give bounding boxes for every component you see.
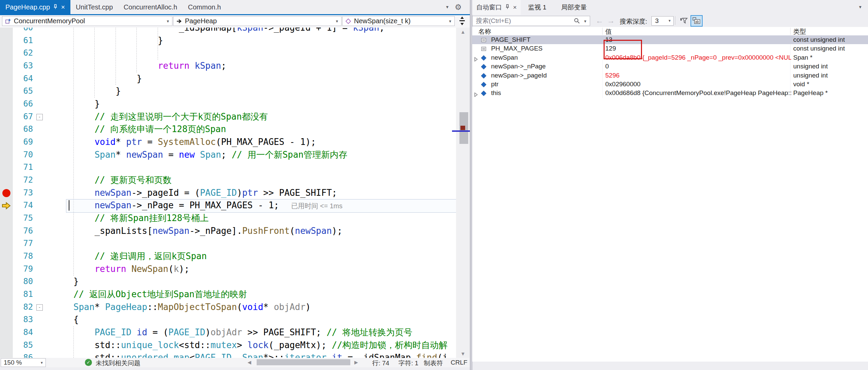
scroll-up-icon[interactable]: ▲ <box>456 29 470 35</box>
tab-concurrentalloc-h[interactable]: ConcurrentAlloc.h <box>118 0 183 14</box>
code-text[interactable]: return NewSpan(k); <box>0 263 189 276</box>
close-icon[interactable]: × <box>61 4 65 10</box>
code-text[interactable]: } <box>0 85 121 98</box>
split-editor-handle[interactable] <box>455 16 469 26</box>
code-text[interactable]: PAGE_ID id = (PAGE_ID)objAdr >> PAGE_SHI… <box>0 326 412 339</box>
tool-tab-自动窗口[interactable]: 自动窗口× <box>472 0 521 15</box>
code-line: 78 // 递归调用，返回k页Span <box>0 250 470 263</box>
code-text[interactable]: // 走到这里说明一个大于k页的Span都没有 <box>0 111 268 123</box>
field-icon <box>480 73 487 79</box>
table-row[interactable]: newSpan0x006da8b0 {_pageId=5296 _nPage=0… <box>472 53 868 62</box>
code-line: 67- // 走到这里说明一个大于k页的Span都没有 <box>0 111 470 123</box>
scroll-right-icon[interactable]: ▶ <box>354 360 358 365</box>
code-text[interactable]: // 更新页号和页数 <box>0 174 172 187</box>
code-text[interactable]: // 将新Span挂到128号桶上 <box>0 212 209 225</box>
search-input[interactable] <box>475 17 567 25</box>
table-row[interactable]: this0x00d686d8 {ConcurrentMemoryPool.exe… <box>472 89 868 97</box>
code-text[interactable]: return kSpan; <box>0 60 226 72</box>
back-arrow-icon[interactable]: ← <box>595 16 603 25</box>
scroll-left-icon[interactable]: ◀ <box>248 360 251 365</box>
code-text[interactable]: } <box>0 98 100 111</box>
vs-window: PageHeap.cpp×UnitTest.cppConcurrentAlloc… <box>0 0 868 370</box>
code-text[interactable]: Span* newSpan = new Span; // 用一个新Span管理新… <box>0 149 347 161</box>
search-icon[interactable] <box>574 18 580 26</box>
code-line: 74 newSpan->_nPage = PH_MAX_PAGES - 1;已用… <box>0 199 470 212</box>
pin-icon <box>53 4 58 9</box>
chevron-down-icon[interactable]: ▼ <box>583 19 587 23</box>
field-icon <box>480 55 487 61</box>
code-text[interactable]: // 递归调用，返回k页Span <box>0 250 207 263</box>
pin-icon[interactable] <box>505 4 510 11</box>
column-header-value[interactable]: 值 <box>605 27 612 36</box>
code-text[interactable]: } <box>0 275 79 288</box>
close-icon[interactable]: × <box>513 4 517 11</box>
tool-tab-局部变量[interactable]: 局部变量 <box>554 0 594 15</box>
line-number[interactable]: 62 <box>0 47 33 60</box>
column-header-type[interactable]: 类型 <box>793 27 806 36</box>
code-line: 80} <box>0 275 470 288</box>
code-line: 61 } <box>0 34 470 47</box>
table-row[interactable]: newSpan->_pageId5296unsigned int <box>472 71 868 80</box>
horizontal-scrollbar-thumb[interactable] <box>257 359 350 365</box>
search-depth-label: 搜索深度: <box>620 17 647 26</box>
tool-tab-label: 局部变量 <box>561 3 587 12</box>
scroll-down-icon[interactable]: ▼ <box>456 351 470 357</box>
table-row[interactable]: ptr0x02960000void * <box>472 80 868 89</box>
vertical-scrollbar[interactable]: ▲ ▼ <box>456 28 470 358</box>
member-dropdown[interactable]: NewSpan(size_t k) ▼ <box>342 16 455 26</box>
variable-type: unsigned int <box>793 62 828 71</box>
table-row[interactable]: PAGE_SHIFT13const unsigned int <box>472 35 868 44</box>
line-number[interactable]: 77 <box>0 237 33 250</box>
variable-type: const unsigned int <box>793 44 845 53</box>
tool-tab-label: 监视 1 <box>528 3 546 12</box>
type-dropdown[interactable]: PageHeap ▼ <box>173 16 342 26</box>
code-text[interactable]: _spanLists[newSpan->_nPage].PushFront(ne… <box>0 225 342 238</box>
code-text[interactable]: // 向系统申请一个128页的Span <box>0 123 226 136</box>
tab-common-h[interactable]: Common.h <box>183 0 226 14</box>
code-text[interactable]: newSpan->_pageId = (PAGE_ID)ptr >> PAGE_… <box>0 187 337 199</box>
constant-icon <box>480 46 487 52</box>
code-text[interactable]: { <box>0 313 79 326</box>
code-text[interactable]: } <box>0 34 163 47</box>
code-text[interactable]: _idSpanMap[kSpan->_pageId + 1] = kSpan; <box>0 28 385 34</box>
code-text[interactable]: Span* PageHeap::MapObjectToSpan(void* ob… <box>0 301 311 314</box>
code-text[interactable]: // 返回从Object地址到Span首地址的映射 <box>0 288 247 301</box>
tab-unittest-cpp[interactable]: UnitTest.cpp <box>70 0 118 14</box>
tab-overflow-icon[interactable]: ▼ <box>445 5 449 9</box>
expander-icon[interactable] <box>474 91 478 99</box>
variable-value: 0x00d686d8 {ConcurrentMemoryPool.exe!Pag… <box>605 89 791 97</box>
table-row[interactable]: PH_MAX_PAGES129const unsigned int <box>472 44 868 53</box>
code-text[interactable]: newSpan->_nPage = PH_MAX_PAGES - 1;已用时间 … <box>0 199 343 212</box>
code-editor[interactable]: 60 _idSpanMap[kSpan->_pageId + 1] = kSpa… <box>0 28 470 358</box>
search-depth-dropdown[interactable]: 3 ▼ <box>651 16 674 26</box>
tool-tab-监视 1[interactable]: 监视 1 <box>521 0 554 15</box>
variable-type: const unsigned int <box>793 35 845 44</box>
table-row[interactable]: newSpan->_nPage0unsigned int <box>472 62 868 71</box>
pin-icon[interactable] <box>53 3 58 11</box>
nav-arrow-icon <box>176 18 182 24</box>
line-number[interactable]: 71 <box>0 161 33 174</box>
code-text[interactable]: } <box>0 72 142 85</box>
zoom-dropdown[interactable]: 150 % ▼ <box>1 358 46 367</box>
tab-pageheap-cpp[interactable]: PageHeap.cpp× <box>0 0 70 14</box>
code-text[interactable]: std::unordered_map<PAGE_ID, Span*>::iter… <box>0 351 448 358</box>
column-header-name[interactable]: 名称 <box>478 27 491 36</box>
health-check-icon[interactable]: ✓ <box>85 359 92 366</box>
column-separator[interactable] <box>790 28 790 35</box>
column-separator[interactable] <box>602 28 602 35</box>
method-icon <box>345 18 351 24</box>
gear-icon[interactable]: ⚙ <box>455 3 462 11</box>
tab-label: UnitTest.cpp <box>76 3 113 11</box>
filter-button[interactable] <box>678 16 689 25</box>
project-dropdown[interactable]: ConcurrentMemoryPool ▼ <box>2 16 173 26</box>
code-text[interactable]: std::unique_lock<std::mutex> lock(_pageM… <box>0 339 447 352</box>
variable-name: PAGE_SHIFT <box>491 35 530 44</box>
forward-arrow-icon[interactable]: → <box>607 16 615 25</box>
text-visualizer-toggle[interactable]: ab <box>690 15 703 27</box>
tool-tab-overflow-icon[interactable]: ▼ <box>858 5 862 9</box>
search-box[interactable]: ▼ <box>472 16 590 26</box>
code-line: 75 // 将新Span挂到128号桶上 <box>0 212 470 225</box>
annotation-red-box <box>603 40 642 59</box>
chevron-down-icon: ▼ <box>335 19 339 23</box>
code-text[interactable]: void* ptr = SystemAlloc(PH_MAX_PAGES - 1… <box>0 136 316 149</box>
